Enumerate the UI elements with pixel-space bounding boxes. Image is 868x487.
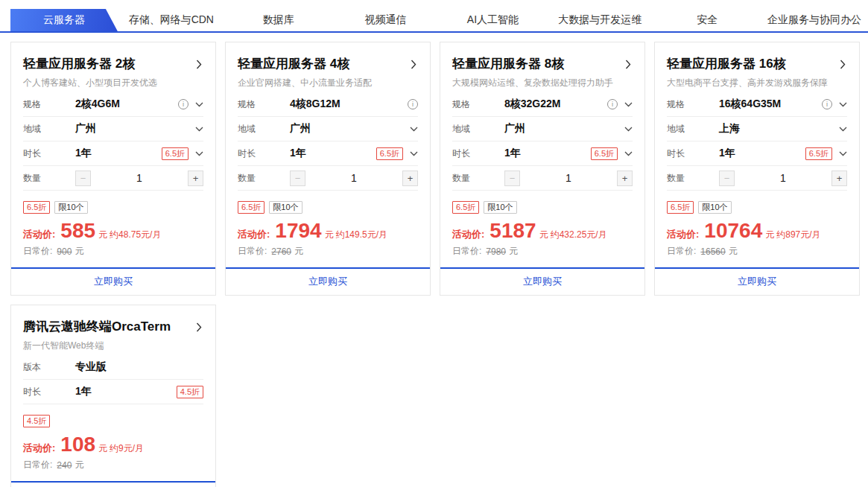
info-icon[interactable] xyxy=(178,99,189,109)
yuan-unit: 元 xyxy=(98,229,107,241)
chevron-down-icon[interactable] xyxy=(195,151,203,156)
duration-value: 1年 xyxy=(290,147,376,160)
increase-quantity-button[interactable]: + xyxy=(831,171,847,186)
quantity-value[interactable]: 1 xyxy=(780,172,786,184)
increase-quantity-button[interactable]: + xyxy=(188,171,203,186)
promo-badge: 6.5折 xyxy=(667,201,694,214)
buy-now-button[interactable]: 立即购买 xyxy=(11,481,215,487)
tab-security[interactable]: 安全 xyxy=(653,9,761,31)
daily-price-amount: 240 xyxy=(57,460,72,471)
increase-quantity-button[interactable]: + xyxy=(402,171,418,186)
chevron-down-icon[interactable] xyxy=(195,102,203,107)
quantity-value[interactable]: 1 xyxy=(136,172,142,184)
buy-now-button[interactable]: 立即购买 xyxy=(226,267,430,295)
chevron-right-icon[interactable] xyxy=(409,58,418,71)
chevron-right-icon[interactable] xyxy=(624,58,633,71)
quantity-label: 数量 xyxy=(238,172,290,185)
duration-label: 时长 xyxy=(667,147,719,160)
region-row: 地域 广州 xyxy=(452,117,633,141)
decrease-quantity-button[interactable]: − xyxy=(504,171,520,186)
activity-price: 活动价: 1794 元 约149.5元/月 xyxy=(238,220,418,241)
tab-enterprise-collaboration[interactable]: 企业服务与协同办公 xyxy=(761,9,868,31)
discount-badge: 6.5折 xyxy=(162,147,189,160)
discount-badge: 6.5折 xyxy=(805,147,832,160)
activity-price-amount: 10764 xyxy=(704,220,762,241)
card-subtitle: 大规模网站运维、复杂数据处理得力助手 xyxy=(452,77,633,89)
decrease-quantity-button[interactable]: − xyxy=(75,171,91,186)
daily-price: 日常价: 240 元 xyxy=(23,459,203,481)
yuan-unit: 元 xyxy=(75,245,83,258)
tab-ai[interactable]: AI人工智能 xyxy=(440,9,547,31)
decrease-quantity-button[interactable]: − xyxy=(719,171,735,186)
card-subtitle: 大型电商平台支撑、高并发游戏服务保障 xyxy=(667,77,847,89)
monthly-price: 约897元/月 xyxy=(776,229,820,241)
activity-price: 活动价: 5187 元 约432.25元/月 xyxy=(452,220,633,241)
duration-row: 时长 1年 6.5折 xyxy=(452,141,633,166)
chevron-down-icon[interactable] xyxy=(839,127,847,132)
yuan-unit: 元 xyxy=(75,459,83,471)
tab-cloud-server[interactable]: 云服务器 xyxy=(10,9,118,31)
product-card-grid: 轻量应用服务器 2核 个人博客建站、小型项目开发优选 规格 2核4G6M 地域 xyxy=(10,42,860,487)
tab-video-communication[interactable]: 视频通信 xyxy=(332,9,440,31)
version-row: 版本 专业版 xyxy=(23,355,203,380)
info-icon[interactable] xyxy=(822,99,832,109)
product-card-lighthouse-16c: 轻量应用服务器 16核 大型电商平台支撑、高并发游戏服务保障 规格 16核64G… xyxy=(654,42,860,296)
spec-value: 8核32G22M xyxy=(504,98,607,111)
tab-database[interactable]: 数据库 xyxy=(225,9,332,31)
info-icon[interactable] xyxy=(408,99,418,109)
activity-price: 活动价: 10764 元 约897元/月 xyxy=(667,220,847,241)
chevron-down-icon[interactable] xyxy=(410,151,418,156)
promo-badge: 6.5折 xyxy=(23,201,50,214)
daily-price-label: 日常价: xyxy=(23,245,52,258)
chevron-down-icon[interactable] xyxy=(410,127,418,132)
chevron-right-icon[interactable] xyxy=(194,58,203,71)
buy-now-button[interactable]: 立即购买 xyxy=(655,267,859,295)
quantity-row: 数量 − 1 + xyxy=(238,166,418,191)
yuan-unit: 元 xyxy=(729,245,738,258)
spec-row: 规格 8核32G22M xyxy=(452,92,633,117)
info-icon[interactable] xyxy=(607,99,618,109)
decrease-quantity-button[interactable]: − xyxy=(290,171,305,186)
monthly-price: 约48.75元/月 xyxy=(110,229,161,241)
buy-now-button[interactable]: 立即购买 xyxy=(11,267,215,295)
tab-bigdata-devops[interactable]: 大数据与开发运维 xyxy=(546,9,653,31)
spec-label: 规格 xyxy=(23,98,75,111)
duration-row: 时长 1年 6.5折 xyxy=(23,141,203,166)
tab-storage-network-cdn[interactable]: 存储、网络与CDN xyxy=(118,9,225,31)
product-card-orcaterm: 腾讯云遨驰终端OrcaTerm 新一代智能Web终端 版本 专业版 时长 1年 … xyxy=(10,305,216,487)
chevron-down-icon[interactable] xyxy=(624,102,633,107)
activity-price-label: 活动价: xyxy=(23,442,55,455)
discount-badge: 6.5折 xyxy=(591,147,618,160)
buy-now-button[interactable]: 立即购买 xyxy=(440,267,644,295)
chevron-down-icon[interactable] xyxy=(839,102,847,107)
spec-row: 规格 2核4G6M xyxy=(23,92,203,117)
yuan-unit: 元 xyxy=(98,442,107,455)
spec-value: 4核8G12M xyxy=(290,98,408,111)
chevron-right-icon[interactable] xyxy=(194,321,203,334)
card-title: 轻量应用服务器 4核 xyxy=(238,56,349,72)
activity-price: 活动价: 108 元 约9元/月 xyxy=(23,434,203,455)
duration-value: 1年 xyxy=(75,385,177,398)
region-value: 广州 xyxy=(75,122,195,136)
discount-badge: 6.5折 xyxy=(376,147,403,160)
spec-label: 规格 xyxy=(238,98,290,111)
monthly-price: 约9元/月 xyxy=(110,442,144,455)
region-value: 广州 xyxy=(290,122,410,136)
increase-quantity-button[interactable]: + xyxy=(617,171,633,186)
daily-price: 日常价: 7980 元 xyxy=(452,245,633,267)
version-value: 专业版 xyxy=(75,360,203,374)
quantity-value[interactable]: 1 xyxy=(351,172,357,184)
chevron-down-icon[interactable] xyxy=(839,151,847,156)
activity-price-label: 活动价: xyxy=(23,228,55,241)
duration-label: 时长 xyxy=(238,147,290,160)
chevron-down-icon[interactable] xyxy=(624,127,633,132)
product-card-lighthouse-8c: 轻量应用服务器 8核 大规模网站运维、复杂数据处理得力助手 规格 8核32G22… xyxy=(440,42,645,296)
chevron-down-icon[interactable] xyxy=(195,127,203,132)
activity-price-amount: 5187 xyxy=(490,220,536,241)
chevron-down-icon[interactable] xyxy=(624,151,633,156)
card-title: 轻量应用服务器 8核 xyxy=(452,56,564,72)
region-row: 地域 上海 xyxy=(667,117,847,141)
quantity-value[interactable]: 1 xyxy=(566,172,571,184)
daily-price: 日常价: 900 元 xyxy=(23,245,203,267)
chevron-right-icon[interactable] xyxy=(838,58,847,71)
